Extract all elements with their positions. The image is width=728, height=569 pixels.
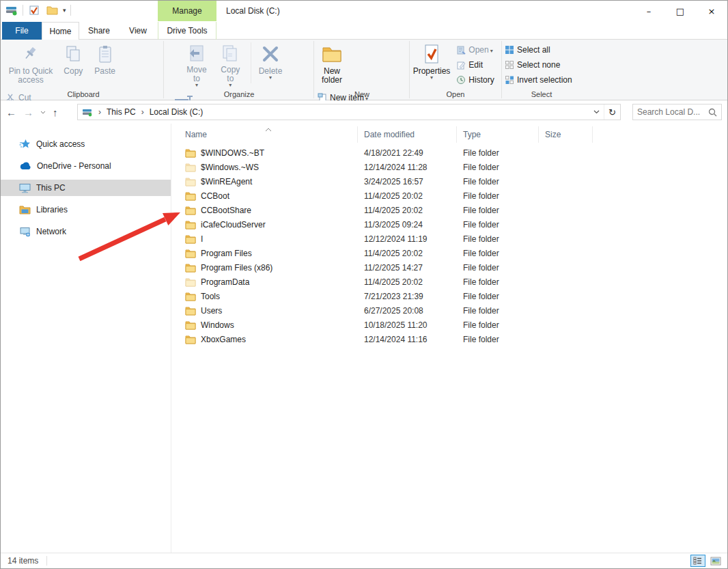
file-date-modified: 7/21/2023 21:39 bbox=[358, 292, 457, 301]
table-row[interactable]: CCBootShare 11/4/2025 20:02 File folder bbox=[172, 203, 727, 217]
file-type: File folder bbox=[457, 277, 539, 287]
move-to-button[interactable]: Move to ▾ bbox=[181, 40, 212, 87]
this-pc-monitor-icon bbox=[19, 183, 31, 193]
group-label-organize: Organize bbox=[166, 90, 312, 98]
select-all-button[interactable]: Select all bbox=[505, 44, 572, 56]
dropdown-caret-icon: ▾ bbox=[229, 83, 232, 87]
table-row[interactable]: ProgramData 11/4/2025 20:02 File folder bbox=[172, 275, 727, 289]
maximize-button[interactable]: □ bbox=[664, 1, 696, 21]
table-row[interactable]: Program Files (x86) 11/2/2025 14:27 File… bbox=[172, 260, 727, 275]
new-folder-qat-icon[interactable] bbox=[45, 3, 59, 17]
minimize-button[interactable]: – bbox=[633, 1, 664, 21]
address-bar[interactable]: › This PC › Local Disk (C:) ↻ bbox=[77, 104, 621, 120]
sidebar-item-libraries[interactable]: Libraries bbox=[1, 202, 171, 218]
history-button[interactable]: History bbox=[456, 74, 494, 86]
file-type: File folder bbox=[457, 320, 539, 330]
tab-file[interactable]: File bbox=[2, 22, 42, 40]
tab-home[interactable]: Home bbox=[42, 22, 79, 40]
address-dropdown-caret-icon[interactable] bbox=[589, 109, 604, 115]
tab-view[interactable]: View bbox=[119, 22, 157, 40]
properties-icon bbox=[423, 42, 440, 66]
file-date-modified: 11/3/2025 09:24 bbox=[358, 220, 457, 230]
qat-customize-caret-icon[interactable]: ▾ bbox=[63, 7, 66, 14]
edit-button[interactable]: Edit bbox=[456, 59, 494, 71]
search-input[interactable] bbox=[637, 107, 708, 117]
file-date-modified: 12/12/2024 11:19 bbox=[358, 234, 457, 244]
table-row[interactable]: $WinREAgent 3/24/2025 16:57 File folder bbox=[172, 174, 727, 189]
folder-icon bbox=[185, 206, 196, 215]
large-icons-view-button[interactable] bbox=[708, 555, 723, 567]
back-button[interactable]: ← bbox=[6, 107, 16, 118]
sidebar-item-quick-access[interactable]: Quick access bbox=[1, 136, 171, 152]
copy-to-icon bbox=[221, 42, 239, 64]
file-type: File folder bbox=[457, 263, 539, 273]
column-header-type[interactable]: Type bbox=[457, 126, 539, 143]
table-row[interactable]: $Windows.~WS 12/14/2024 11:28 File folde… bbox=[172, 160, 727, 174]
breadcrumb-chevron: › bbox=[98, 107, 101, 117]
group-label-select: Select bbox=[503, 90, 580, 98]
table-row[interactable]: Program Files 11/4/2025 20:02 File folde… bbox=[172, 246, 727, 260]
close-button[interactable]: × bbox=[696, 1, 727, 21]
breadcrumb-this-pc[interactable]: This PC bbox=[107, 107, 136, 117]
copy-button[interactable]: Copy bbox=[59, 40, 87, 87]
tab-drive-tools[interactable]: Drive Tools bbox=[158, 22, 216, 40]
sidebar-item-this-pc[interactable]: This PC bbox=[1, 180, 171, 196]
folder-icon bbox=[185, 177, 196, 186]
table-row[interactable]: XboxGames 12/14/2024 11:16 File folder bbox=[172, 332, 727, 346]
delete-x-icon bbox=[262, 42, 279, 66]
table-row[interactable]: Tools 7/21/2023 21:39 File folder bbox=[172, 289, 727, 303]
refresh-icon[interactable]: ↻ bbox=[604, 105, 620, 120]
copy-to-button[interactable]: Copy to ▾ bbox=[214, 40, 246, 87]
invert-selection-button[interactable]: Invert selection bbox=[505, 74, 572, 86]
paste-button[interactable]: Paste bbox=[90, 40, 120, 87]
navigation-bar: ← → ↑ › This PC › Local Disk (C:) ↻ bbox=[1, 100, 727, 124]
table-row[interactable]: Windows 10/18/2025 11:20 File folder bbox=[172, 318, 727, 332]
libraries-icon bbox=[19, 205, 31, 214]
folder-icon bbox=[185, 249, 196, 258]
history-icon bbox=[456, 75, 466, 85]
properties-button[interactable]: Properties ▾ bbox=[410, 40, 453, 87]
pin-to-quick-access-button[interactable]: Pin to Quick access bbox=[5, 40, 57, 87]
dropdown-caret-icon: ▾ bbox=[269, 76, 272, 80]
delete-button[interactable]: Delete ▾ bbox=[255, 40, 285, 87]
file-date-modified: 3/24/2025 16:57 bbox=[358, 177, 457, 186]
folder-icon bbox=[185, 306, 196, 316]
file-type: File folder bbox=[457, 249, 539, 258]
forward-button[interactable]: → bbox=[23, 107, 33, 118]
table-row[interactable]: CCBoot 11/4/2025 20:02 File folder bbox=[172, 189, 727, 203]
table-row[interactable]: iCafeCloudServer 11/3/2025 09:24 File fo… bbox=[172, 217, 727, 232]
column-header-size[interactable]: Size bbox=[539, 126, 593, 143]
folder-icon bbox=[185, 335, 196, 344]
edit-icon bbox=[456, 61, 466, 70]
new-folder-button[interactable]: New folder bbox=[316, 40, 348, 87]
sidebar-item-onedrive[interactable]: OneDrive - Personal bbox=[1, 158, 171, 174]
file-date-modified: 12/14/2024 11:16 bbox=[358, 335, 457, 344]
select-none-button[interactable]: Select none bbox=[505, 59, 572, 71]
quick-access-star-icon bbox=[19, 139, 31, 150]
table-row[interactable]: Users 6/27/2025 20:08 File folder bbox=[172, 303, 727, 318]
recent-locations-caret-icon[interactable] bbox=[40, 109, 46, 115]
file-list-rows: $WINDOWS.~BT 4/18/2021 22:49 File folder… bbox=[172, 145, 727, 346]
file-name: Program Files (x86) bbox=[201, 263, 272, 273]
ribbon: Pin to Quick access Copy Paste Cut Copy … bbox=[1, 40, 727, 100]
open-button[interactable]: Open bbox=[456, 44, 494, 56]
search-icon[interactable] bbox=[708, 108, 717, 117]
file-date-modified: 11/2/2025 14:27 bbox=[358, 263, 457, 273]
file-date-modified: 6/27/2025 20:08 bbox=[358, 306, 457, 316]
tab-share[interactable]: Share bbox=[79, 22, 119, 40]
column-header-date-modified[interactable]: Date modified bbox=[358, 126, 457, 143]
table-row[interactable]: $WINDOWS.~BT 4/18/2021 22:49 File folder bbox=[172, 145, 727, 160]
sidebar-item-network[interactable]: Network bbox=[1, 223, 171, 240]
search-box[interactable] bbox=[632, 104, 722, 120]
file-type: File folder bbox=[457, 163, 539, 172]
properties-qat-icon[interactable] bbox=[27, 3, 41, 17]
table-row[interactable]: I 12/12/2024 11:19 File folder bbox=[172, 232, 727, 246]
up-button[interactable]: ↑ bbox=[53, 107, 58, 118]
file-type: File folder bbox=[457, 335, 539, 344]
divider bbox=[23, 5, 23, 16]
details-view-button[interactable] bbox=[690, 555, 705, 567]
column-header-name[interactable]: Name bbox=[172, 126, 358, 143]
ribbon-group-organize: Move to ▾ Copy to ▾ Delete ▾ Rename Orga… bbox=[166, 40, 312, 100]
breadcrumb-local-disk[interactable]: Local Disk (C:) bbox=[150, 107, 204, 117]
file-name: I bbox=[201, 234, 203, 244]
